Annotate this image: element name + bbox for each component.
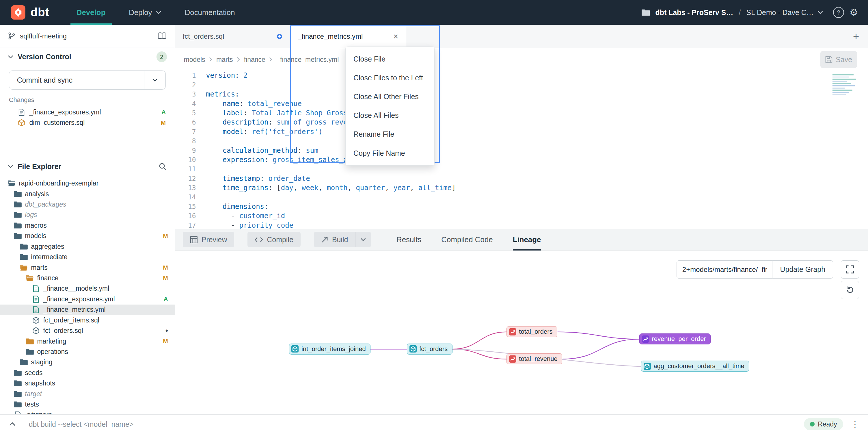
tree-item-label: _finance_metrics.yml bbox=[43, 306, 106, 314]
lineage-node-agg_customer_orders__all_time[interactable]: agg_customer_orders__all_time bbox=[641, 360, 749, 372]
tree-item-staging[interactable]: staging bbox=[0, 357, 175, 368]
tree-item-marketing[interactable]: marketingM bbox=[0, 336, 175, 346]
minimap[interactable] bbox=[833, 74, 861, 96]
lineage-node-revenue_per_order[interactable]: revenue_per_order bbox=[639, 334, 711, 344]
tree-item-aggregates[interactable]: aggregates bbox=[0, 241, 175, 252]
lineage-node-fct_orders[interactable]: fct_orders bbox=[407, 344, 452, 354]
code-line[interactable]: 11 bbox=[175, 165, 868, 174]
lineage-selector-input[interactable] bbox=[677, 260, 772, 279]
code-line[interactable]: 4 - name: total_revenue bbox=[175, 99, 868, 108]
tree-item-label: operations bbox=[37, 348, 68, 356]
kebab-menu-icon[interactable]: ⋮ bbox=[851, 419, 859, 429]
tree-item-fct_orders.sql[interactable]: fct_orders.sql• bbox=[0, 325, 175, 336]
code-line[interactable]: 9 calculation_method: sum bbox=[175, 146, 868, 155]
code-line[interactable]: 16 - customer_id bbox=[175, 211, 868, 221]
nav-item-deploy[interactable]: Deploy bbox=[117, 0, 173, 25]
code-line[interactable]: 8 bbox=[175, 136, 868, 146]
panel-tab-compiled-code[interactable]: Compiled Code bbox=[441, 229, 493, 250]
change-row-dim_customers.sql[interactable]: dim_customers.sqlM bbox=[0, 118, 175, 128]
line-number: 1 bbox=[175, 71, 196, 80]
reset-view-button[interactable] bbox=[841, 281, 859, 299]
tree-item-seeds[interactable]: seeds bbox=[0, 368, 175, 378]
build-options-chevron[interactable] bbox=[355, 232, 371, 247]
tree-item-_finance_exposures.yml[interactable]: _finance_exposures.ymlA bbox=[0, 294, 175, 304]
git-branch-row[interactable]: sqlfluff-meeting bbox=[0, 25, 175, 48]
code-editor[interactable]: 1version: 223metrics:4 - name: total_rev… bbox=[175, 71, 868, 229]
tree-item-operations[interactable]: operations bbox=[0, 346, 175, 357]
lineage-node-int_order_items_joined[interactable]: int_order_items_joined bbox=[289, 344, 370, 354]
editor-tab-_finance_metrics.yml[interactable]: _finance_metrics.yml× bbox=[290, 25, 407, 48]
tree-item-logs[interactable]: logs bbox=[0, 210, 175, 220]
tree-item-snapshots[interactable]: snapshots bbox=[0, 378, 175, 388]
code-line[interactable]: 12 timestamp: order_date bbox=[175, 174, 868, 183]
tree-item-intermediate[interactable]: intermediate bbox=[0, 252, 175, 262]
nav-item-develop[interactable]: Develop bbox=[65, 0, 117, 25]
context-menu-item[interactable]: Rename File bbox=[346, 125, 434, 144]
tree-item-dbt_packages[interactable]: dbt_packages bbox=[0, 199, 175, 209]
code-line[interactable]: 17 - priority_code bbox=[175, 221, 868, 229]
help-icon[interactable]: ? bbox=[833, 7, 844, 18]
lineage-selector-group: Update Graph bbox=[677, 260, 833, 279]
build-button[interactable]: Build bbox=[314, 232, 371, 247]
code-line[interactable]: 7 model: ref('fct_orders') bbox=[175, 127, 868, 136]
close-icon[interactable]: × bbox=[394, 32, 399, 41]
tree-item-rapid-onboarding-exemplar[interactable]: rapid-onboarding-exemplar bbox=[0, 178, 175, 189]
new-tab-button[interactable]: + bbox=[853, 30, 859, 42]
code-line[interactable]: 13 time_grains: [day, week, month, quart… bbox=[175, 183, 868, 193]
context-menu-item[interactable]: Close All Files bbox=[346, 106, 434, 125]
code-line[interactable]: 6 description: sum of gross revenue bbox=[175, 118, 868, 127]
code-line[interactable]: 10 expression: gross_item_sales_amount bbox=[175, 155, 868, 165]
docs-book-icon[interactable] bbox=[157, 32, 167, 40]
editor-tab-fct_orders.sql[interactable]: fct_orders.sql bbox=[175, 25, 290, 48]
context-menu-item[interactable]: Close File bbox=[346, 50, 434, 68]
file-explorer-header[interactable]: File Explorer bbox=[0, 157, 175, 176]
code-line[interactable]: 1version: 2 bbox=[175, 71, 868, 80]
breadcrumb-item[interactable]: _finance_metrics.yml bbox=[276, 56, 339, 64]
command-input[interactable]: dbt build --select <model_name> bbox=[29, 420, 134, 429]
code-line[interactable]: 2 bbox=[175, 80, 868, 90]
git-status-badge: A bbox=[161, 109, 166, 116]
tree-item-tests[interactable]: tests bbox=[0, 399, 175, 409]
context-menu-item[interactable]: Close All Other Files bbox=[346, 87, 434, 106]
settings-gear-icon[interactable]: ⚙ bbox=[849, 8, 858, 17]
update-graph-button[interactable]: Update Graph bbox=[772, 260, 833, 279]
tree-item-fct_order_items.sql[interactable]: fct_order_items.sql bbox=[0, 315, 175, 325]
code-line[interactable]: 15 dimensions: bbox=[175, 202, 868, 211]
tree-item-label: fct_order_items.sql bbox=[43, 316, 99, 324]
code-line[interactable]: 14 bbox=[175, 193, 868, 202]
preview-button[interactable]: Preview bbox=[183, 232, 235, 247]
context-menu-item[interactable]: Copy File Name bbox=[346, 144, 434, 163]
tree-item-macros[interactable]: macros bbox=[0, 220, 175, 231]
context-menu-item[interactable]: Close Files to the Left bbox=[346, 68, 434, 87]
panel-tab-results[interactable]: Results bbox=[397, 229, 421, 250]
tree-item-finance[interactable]: financeM bbox=[0, 273, 175, 283]
tree-item-analysis[interactable]: analysis bbox=[0, 189, 175, 199]
commit-options-chevron[interactable] bbox=[144, 71, 165, 89]
save-button[interactable]: Save bbox=[820, 51, 857, 68]
tree-item-_finance_metrics.yml[interactable]: _finance_metrics.yml bbox=[0, 305, 175, 315]
breadcrumb-item[interactable]: marts bbox=[216, 56, 233, 64]
tree-item-_finance__models.yml[interactable]: _finance__models.yml bbox=[0, 284, 175, 294]
tree-item-models[interactable]: modelsM bbox=[0, 231, 175, 241]
project-selector[interactable]: SL Demo - Dave C… bbox=[746, 8, 823, 17]
nav-item-documentation[interactable]: Documentation bbox=[173, 0, 247, 25]
compile-button[interactable]: Compile bbox=[247, 232, 300, 247]
commit-and-sync-button[interactable]: Commit and sync bbox=[9, 70, 166, 89]
lineage-node-total_orders[interactable]: total_orders bbox=[506, 326, 557, 337]
code-line[interactable]: 5 label: Total Jaffle Shop Gross Re bbox=[175, 108, 868, 118]
expand-panel-chevron-up-icon[interactable] bbox=[9, 422, 16, 426]
search-icon[interactable] bbox=[158, 163, 167, 171]
lineage-node-total_revenue[interactable]: total_revenue bbox=[506, 353, 562, 364]
code-line[interactable]: 3metrics: bbox=[175, 90, 868, 99]
version-control-header[interactable]: Version Control 2 bbox=[0, 48, 175, 66]
change-row-_finance_exposures.yml[interactable]: _finance_exposures.ymlA bbox=[0, 107, 175, 117]
breadcrumb-item[interactable]: finance bbox=[244, 56, 266, 64]
tree-item-target[interactable]: target bbox=[0, 388, 175, 399]
breadcrumb-item[interactable]: models bbox=[184, 56, 205, 64]
account-name[interactable]: dbt Labs - ProServ S… bbox=[655, 8, 733, 17]
fullscreen-button[interactable] bbox=[841, 260, 859, 279]
tree-item-marts[interactable]: martsM bbox=[0, 262, 175, 273]
brand[interactable]: dbt bbox=[0, 5, 65, 20]
tree-item-.gitignore[interactable]: .gitignore bbox=[0, 410, 175, 414]
panel-tab-lineage[interactable]: Lineage bbox=[513, 229, 541, 250]
